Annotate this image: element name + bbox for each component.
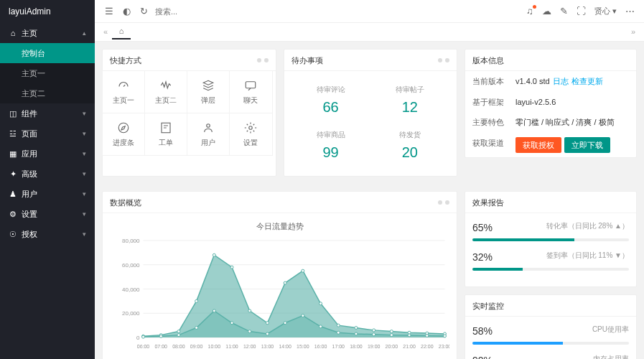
svg-text:08:00: 08:00	[172, 344, 185, 349]
app-logo: layuiAdmin	[0, 0, 95, 23]
svg-text:18:00: 18:00	[350, 344, 363, 349]
svg-point-44	[337, 324, 340, 327]
quick-gauge[interactable]: 主页一	[102, 70, 145, 113]
pending-card: 待办事项 待审评论66待审帖子12待审商品99待发货20	[284, 49, 458, 177]
overview-card: 数据概览 今日流量趋势 020,00040,00060,00080,00006:…	[102, 191, 457, 359]
svg-point-37	[213, 253, 215, 256]
sidebar-subitem[interactable]: 控制台	[0, 43, 95, 63]
svg-point-65	[390, 333, 393, 336]
svg-point-4	[249, 126, 253, 129]
card-title: 快捷方式	[110, 50, 141, 71]
svg-text:13:00: 13:00	[261, 344, 274, 349]
pending-item[interactable]: 待审商品99	[291, 123, 370, 169]
user-menu[interactable]: 贤心 ▾	[590, 5, 621, 17]
svg-text:12:00: 12:00	[243, 344, 256, 349]
svg-text:16:00: 16:00	[314, 344, 327, 349]
card-title: 版本信息	[472, 50, 504, 71]
svg-point-60	[302, 314, 304, 317]
report-card: 效果报告 65%转化率（日同比 28% ▲）32%签到率（日同比 11% ▼）	[465, 191, 637, 287]
more-icon[interactable]: ⋯	[621, 3, 638, 20]
svg-point-53	[177, 333, 180, 336]
svg-point-51	[142, 335, 145, 338]
svg-point-66	[408, 333, 411, 336]
sidebar-item-gear[interactable]: ⚙设置▾	[0, 204, 95, 224]
pending-item[interactable]: 待发货20	[370, 123, 449, 169]
svg-point-52	[159, 335, 162, 337]
tab-prev-icon[interactable]: «	[99, 26, 112, 38]
tab-bar: « ⌂ »	[95, 23, 644, 42]
version-row: 主要特色零门槛 / 响应式 / 清爽 / 极简	[465, 112, 636, 133]
sidebar-item-cube[interactable]: ◫组件▾	[0, 103, 95, 123]
bell-icon[interactable]: ♫	[521, 3, 538, 20]
quick-wave[interactable]: 主页二	[144, 70, 187, 113]
version-row: 基于框架layui-v2.5.6	[465, 92, 636, 113]
svg-point-61	[319, 325, 322, 327]
card-title: 待办事项	[291, 50, 323, 71]
version-link[interactable]: 检查更新	[571, 77, 603, 85]
svg-text:40,000: 40,000	[122, 286, 140, 292]
monitor-card: 实时监控 58%CPU使用率90%内存占用率	[465, 294, 637, 359]
chart-title: 今日流量趋势	[110, 220, 449, 233]
quick-stack[interactable]: 弹层	[187, 70, 230, 113]
svg-text:19:00: 19:00	[368, 344, 381, 349]
svg-text:0: 0	[136, 335, 140, 341]
sidebar-item-app[interactable]: ▦应用▾	[0, 144, 95, 164]
traffic-chart: 020,00040,00060,00080,00006:0007:0008:00…	[110, 237, 449, 352]
sidebar-item-file[interactable]: ☳页面▾	[0, 123, 95, 144]
menu-toggle-icon[interactable]: ☰	[101, 3, 118, 20]
version-link[interactable]: 日志	[553, 77, 569, 85]
quick-chat[interactable]: 聊天	[229, 70, 272, 113]
progress-item: 90%内存占用率	[472, 353, 629, 359]
header: ☰ ◐ ↻ ♫ ☁ ✎ ⛶ 贤心 ▾ ⋯	[95, 0, 644, 23]
theme-icon[interactable]: ◐	[118, 3, 135, 20]
pending-item[interactable]: 待审帖子12	[370, 78, 449, 123]
skin-icon[interactable]: ☁	[538, 3, 556, 20]
progress-item: 65%转化率（日同比 28% ▲）	[472, 220, 629, 241]
svg-text:09:00: 09:00	[190, 344, 203, 349]
progress-item: 32%签到率（日同比 11% ▼）	[472, 250, 629, 271]
svg-point-56	[230, 321, 233, 324]
quick-edit[interactable]: 工单	[144, 113, 187, 156]
svg-text:20,000: 20,000	[122, 310, 140, 317]
svg-text:80,000: 80,000	[122, 238, 140, 244]
sidebar-subitem[interactable]: 主页二	[0, 83, 95, 103]
card-title: 实时监控	[472, 295, 504, 317]
search-input[interactable]	[155, 7, 241, 16]
version-button[interactable]: 立即下载	[564, 137, 610, 153]
svg-point-64	[373, 332, 375, 335]
card-title: 数据概览	[110, 192, 141, 213]
svg-point-3	[207, 123, 210, 127]
svg-point-67	[426, 334, 429, 337]
sidebar: layuiAdmin ⌂主页▴控制台主页一主页二◫组件▾☳页面▾▦应用▾✦高级▾…	[0, 0, 95, 359]
refresh-icon[interactable]: ↻	[135, 3, 152, 20]
progress-item: 58%CPU使用率	[472, 324, 629, 345]
svg-point-39	[248, 309, 251, 312]
svg-point-54	[195, 326, 198, 329]
sidebar-item-auth[interactable]: ☉授权▾	[0, 224, 95, 244]
pending-item[interactable]: 待审评论66	[291, 78, 370, 123]
svg-point-62	[337, 331, 340, 334]
tab-next-icon[interactable]: »	[627, 26, 640, 38]
note-icon[interactable]: ✎	[556, 3, 573, 20]
sidebar-subitem[interactable]: 主页一	[0, 63, 95, 83]
svg-point-1	[118, 123, 129, 133]
svg-point-68	[444, 334, 447, 337]
quick-compass[interactable]: 进度条	[102, 113, 145, 156]
sidebar-item-home[interactable]: ⌂主页▴	[0, 23, 95, 43]
svg-text:22:00: 22:00	[421, 344, 434, 349]
tab-home[interactable]: ⌂	[112, 25, 131, 39]
svg-point-43	[319, 302, 322, 304]
svg-text:23:00: 23:00	[439, 344, 449, 349]
fullscreen-icon[interactable]: ⛶	[573, 3, 590, 20]
svg-point-41	[284, 281, 286, 284]
svg-point-59	[284, 321, 286, 324]
svg-point-55	[213, 309, 215, 312]
svg-point-47	[390, 330, 393, 332]
svg-text:10:00: 10:00	[208, 344, 221, 349]
quick-cog[interactable]: 设置	[229, 113, 272, 156]
sidebar-item-user[interactable]: ♟用户▾	[0, 184, 95, 204]
svg-point-36	[195, 299, 198, 302]
quick-person[interactable]: 用户	[187, 113, 230, 156]
sidebar-item-senior[interactable]: ✦高级▾	[0, 164, 95, 184]
version-button[interactable]: 获取授权	[515, 137, 561, 153]
